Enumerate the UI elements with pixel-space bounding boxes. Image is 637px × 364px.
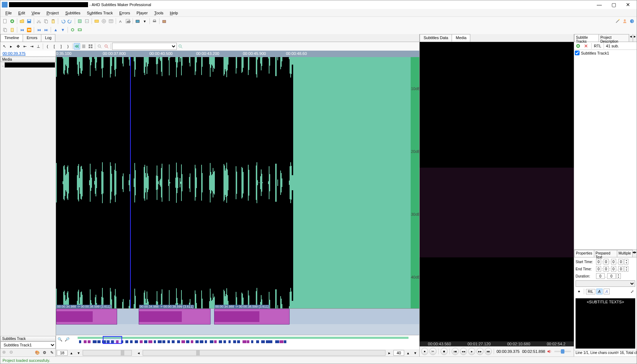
rewind-icon[interactable]: ⏪ [26, 27, 32, 33]
track-tool-icon[interactable]: ✎ [49, 349, 55, 356]
zoom-region-icon[interactable] [103, 43, 110, 50]
start-spin[interactable]: ▴▾ [624, 259, 628, 265]
bracket-right-icon[interactable]: ] [58, 43, 64, 50]
tab-subtitle-tracks[interactable]: Subtitle Tracks [574, 34, 599, 42]
open-icon[interactable] [19, 18, 25, 24]
tab-errors[interactable]: Errors [23, 34, 41, 42]
printer-icon[interactable] [151, 18, 158, 24]
user-icon[interactable] [622, 18, 628, 24]
paste-small-icon[interactable] [9, 27, 15, 33]
prev-marker-icon[interactable]: ⏮ [36, 27, 42, 33]
tab-log[interactable]: Log [41, 34, 55, 42]
dur-spin[interactable]: ▴▾ [617, 273, 621, 279]
view-waveform-icon[interactable] [74, 43, 80, 50]
paste-icon[interactable] [50, 18, 56, 24]
loop-region-icon[interactable] [77, 27, 83, 33]
export-icon[interactable] [84, 18, 90, 24]
menu-subtitles[interactable]: Subtitles [63, 10, 83, 16]
menu-errors[interactable]: Errors [116, 10, 133, 16]
horizontal-scrollbar[interactable] [143, 350, 386, 356]
volume-slider[interactable] [554, 351, 571, 352]
add-style-icon[interactable]: ✦ [576, 288, 582, 295]
tab-multiple[interactable]: Multiple [617, 250, 633, 257]
marker-down-icon[interactable]: ▼ [60, 27, 66, 33]
select-icon[interactable]: ▸ [8, 43, 14, 50]
marker-up-icon[interactable]: ▲ [52, 27, 59, 33]
tv-icon[interactable] [134, 18, 141, 24]
filter-select[interactable] [112, 43, 177, 50]
format-b-icon[interactable]: A [604, 289, 610, 294]
menu-help[interactable]: Help [167, 10, 181, 16]
snap-icon[interactable]: ⊥ [35, 43, 42, 50]
end-spin[interactable]: ▴▾ [624, 266, 628, 272]
prop-tabs-right-icon[interactable]: ▸ [634, 250, 637, 257]
maximize-button[interactable]: ▢ [606, 0, 621, 9]
rtl-toggle[interactable]: RtL [586, 289, 595, 294]
zoom-in-icon[interactable] [1, 349, 8, 356]
menu-project[interactable]: Project [43, 10, 61, 16]
zoom2-down-icon[interactable]: ▾ [412, 350, 419, 356]
subtitle-track-row[interactable]: 00:00:34.988 -> 00:00:38.599 (3.611) 00:… [56, 308, 419, 324]
undo-icon[interactable] [60, 18, 66, 24]
next-button[interactable]: ⏭ [485, 348, 492, 355]
dur-s[interactable] [596, 273, 605, 279]
zoom-out-icon[interactable] [8, 349, 15, 356]
bracket-close-icon[interactable]: ) [65, 43, 71, 50]
tab-subtitles-data[interactable]: Subtitles Data [420, 34, 452, 42]
close-button[interactable]: ✕ [621, 0, 635, 9]
skip-back-icon[interactable]: ⏮ [19, 27, 25, 33]
style-select[interactable] [576, 280, 635, 287]
expand-icon[interactable]: ⤢ [629, 288, 635, 295]
ov-zoom-in-icon[interactable]: 🔍 [57, 336, 63, 342]
table-icon[interactable] [108, 18, 114, 24]
subtitle-text-preview[interactable]: <SUBTITLE TEXTS> [576, 298, 635, 349]
playhead[interactable] [130, 57, 131, 308]
text-tool-icon[interactable]: A [117, 18, 124, 24]
end-ms[interactable] [618, 266, 623, 272]
cut-button[interactable]: ✂ [429, 348, 437, 355]
subtitles-track-select[interactable]: Subtitles Track1 [0, 341, 56, 349]
tab-project-description[interactable]: Project Description [599, 34, 629, 42]
dur-ms[interactable] [607, 273, 616, 279]
add-media-icon[interactable] [93, 18, 100, 24]
tv-dropdown-icon[interactable]: ▾ [142, 18, 148, 24]
help-icon[interactable]: ? [629, 18, 635, 24]
menu-edit[interactable]: Edit [15, 10, 28, 16]
subtitle-block[interactable]: 00:00:34.988 -> 00:00:38.599 (3.611) [56, 309, 117, 325]
start-ms[interactable] [618, 259, 623, 265]
copy-small-icon[interactable] [2, 27, 8, 33]
new-icon[interactable] [2, 18, 8, 24]
add-track-icon[interactable] [575, 43, 581, 49]
menu-view[interactable]: View [29, 10, 43, 16]
minimize-button[interactable]: — [592, 0, 606, 9]
tab-prepared-text[interactable]: Prepared Text [594, 250, 617, 257]
stop-button[interactable]: ■ [440, 348, 448, 355]
view-grid-icon[interactable] [87, 43, 94, 50]
format-a-icon[interactable]: A [596, 289, 603, 294]
palette-icon[interactable]: 🎨 [34, 349, 41, 356]
start-m[interactable] [604, 259, 609, 265]
next-marker-icon[interactable]: ⏭ [43, 27, 49, 33]
redo-icon[interactable] [67, 18, 73, 24]
track-item[interactable]: Subtitles Track1 [575, 51, 636, 55]
start-h[interactable] [596, 259, 601, 265]
view-list-icon[interactable] [80, 43, 87, 50]
overview-selection[interactable] [103, 336, 122, 344]
trim-left-icon[interactable]: ⇤ [22, 43, 28, 50]
import-icon[interactable] [77, 18, 83, 24]
char-map-icon[interactable]: ab [125, 18, 131, 24]
rewind-button[interactable]: ◂◂ [460, 348, 467, 355]
scroll-right-icon[interactable]: ▸ [386, 350, 393, 356]
zoom-right-value[interactable] [393, 350, 404, 356]
tab-media[interactable]: Media [452, 34, 470, 42]
tabs-scroll-left-icon[interactable]: ◂ [629, 34, 633, 42]
cut-icon[interactable] [36, 18, 42, 24]
bracket-open-icon[interactable]: ( [44, 43, 51, 50]
remove-track-icon[interactable] [583, 43, 589, 49]
zoom-left-value[interactable] [57, 350, 68, 356]
tabs-scroll-right-icon[interactable]: ▸ [633, 34, 637, 42]
zoom-sel-icon[interactable] [96, 43, 103, 50]
zoom2-up-icon[interactable]: ▴ [405, 350, 411, 356]
volume-icon[interactable] [547, 349, 552, 354]
menu-subtitles-track[interactable]: Subtitles Track [84, 10, 116, 16]
